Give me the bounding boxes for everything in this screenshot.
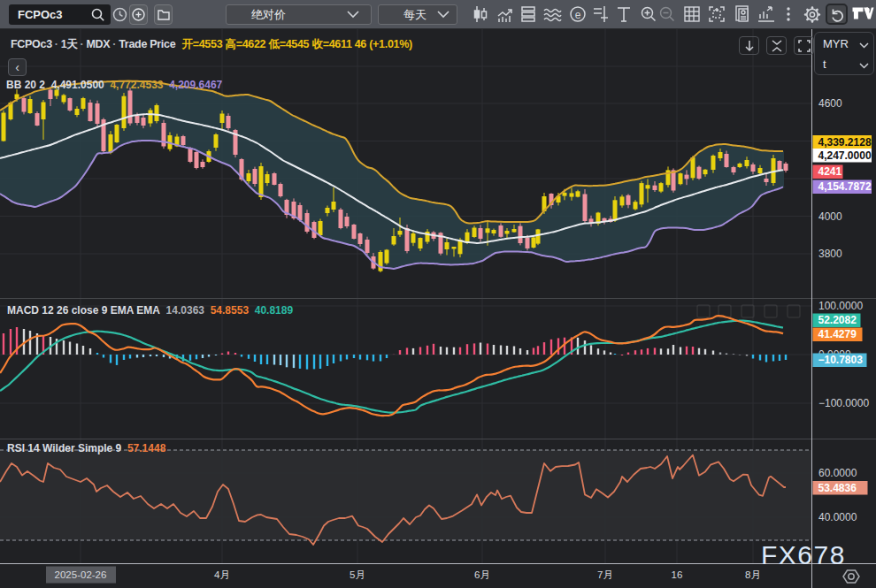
svg-text:4月: 4月 bbox=[214, 569, 230, 580]
svg-text:40.0000: 40.0000 bbox=[818, 511, 857, 523]
svg-text:52.2082: 52.2082 bbox=[818, 314, 857, 326]
svg-text:60.0000: 60.0000 bbox=[818, 467, 857, 479]
svg-text:e: e bbox=[575, 9, 581, 21]
svg-text:53.4836: 53.4836 bbox=[818, 482, 857, 494]
svg-text:16: 16 bbox=[672, 569, 683, 580]
svg-text:8月: 8月 bbox=[745, 569, 761, 580]
svg-text:6月: 6月 bbox=[474, 569, 490, 580]
svg-text:4,339.2128: 4,339.2128 bbox=[818, 136, 872, 149]
svg-text:41.4279: 41.4279 bbox=[818, 328, 857, 340]
svg-text:−10.7803: −10.7803 bbox=[818, 354, 864, 366]
svg-text:5月: 5月 bbox=[350, 569, 365, 580]
svg-text:7月: 7月 bbox=[597, 569, 613, 580]
svg-text:4,154.7872: 4,154.7872 bbox=[818, 180, 872, 193]
svg-text:3800: 3800 bbox=[818, 248, 842, 260]
svg-text:4,247.0000: 4,247.0000 bbox=[818, 149, 872, 162]
svg-text:4241: 4241 bbox=[818, 165, 842, 178]
svg-text:4000: 4000 bbox=[818, 210, 842, 223]
svg-text:−100.0000: −100.0000 bbox=[818, 397, 869, 409]
svg-text:4600: 4600 bbox=[818, 97, 842, 110]
svg-text:FX678: FX678 bbox=[761, 540, 846, 569]
svg-text:100.0000: 100.0000 bbox=[818, 300, 863, 312]
svg-text:2025-02-26: 2025-02-26 bbox=[55, 569, 107, 580]
